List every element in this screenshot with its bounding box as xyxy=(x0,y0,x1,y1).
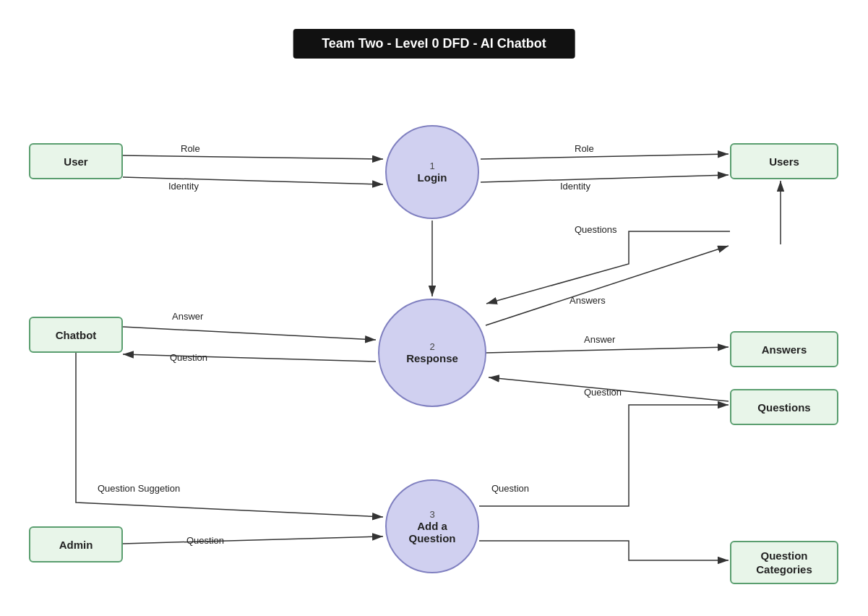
label-answer-in: Answer xyxy=(172,311,203,322)
label-question-3: Question xyxy=(491,483,529,494)
label-identity-out: Identity xyxy=(560,181,590,192)
svg-line-2 xyxy=(123,155,383,159)
entity-answers-store: Answers xyxy=(730,331,838,367)
entity-user: User xyxy=(29,143,123,179)
svg-line-7 xyxy=(123,327,376,340)
svg-line-10 xyxy=(486,347,729,353)
entity-admin: Admin xyxy=(29,526,123,562)
label-questions: Questions xyxy=(575,224,617,235)
label-question-suggestion: Question Suggetion xyxy=(98,483,180,494)
entity-users-store: Users xyxy=(730,143,838,179)
entity-chatbot: Chatbot xyxy=(29,317,123,353)
svg-line-5 xyxy=(481,175,729,182)
process-login: 1 Login xyxy=(385,125,479,219)
entity-questions-store: Questions xyxy=(730,389,838,425)
diagram-title: Team Two - Level 0 DFD - AI Chatbot xyxy=(293,29,575,59)
svg-line-8 xyxy=(123,354,376,362)
svg-line-3 xyxy=(123,177,383,184)
svg-line-12 xyxy=(123,536,383,544)
label-identity-in: Identity xyxy=(168,181,199,192)
label-question-out: Question xyxy=(170,352,207,363)
label-role-in: Role xyxy=(181,143,200,154)
process-response: 2 Response xyxy=(378,299,486,407)
label-answers-out: Answers xyxy=(570,295,606,306)
entity-question-categories: Question Categories xyxy=(730,541,838,584)
label-role-out: Role xyxy=(575,143,594,154)
label-question-store: Question xyxy=(584,387,622,398)
process-add-question: 3 Add a Question xyxy=(385,479,479,573)
diagram: Team Two - Level 0 DFD - AI Chatbot xyxy=(0,0,868,616)
svg-line-9 xyxy=(486,246,729,325)
label-question-admin: Question xyxy=(186,535,224,546)
svg-line-4 xyxy=(481,154,729,159)
label-answer-store: Answer xyxy=(584,334,615,345)
